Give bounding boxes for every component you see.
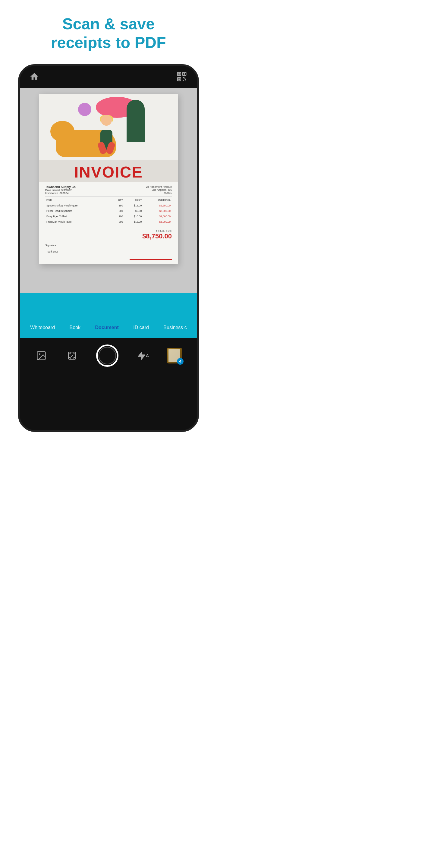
- thank-you-text: Thank you!: [45, 250, 172, 253]
- flash-icon: A: [136, 349, 149, 362]
- invoice-number: Invoice No. 062984: [45, 192, 76, 195]
- scan-doc-button[interactable]: [65, 349, 79, 362]
- tab-business-card[interactable]: Business c: [160, 322, 190, 333]
- svg-rect-3: [179, 73, 180, 75]
- col-item: ITEM: [46, 197, 111, 203]
- item-cost: $15.00: [124, 203, 142, 208]
- table-row: Frog Man Vinyl Figure 200 $15.00 $3,000.…: [46, 219, 171, 224]
- col-qty: QTY: [111, 197, 124, 203]
- hero-line2: receipts to PDF: [51, 34, 166, 51]
- bottom-toolbar: A 4: [20, 338, 197, 373]
- flash-button[interactable]: A: [136, 349, 149, 362]
- invoice-title-area: INVOICE: [39, 160, 178, 182]
- signature-label: Signature: [45, 244, 172, 247]
- svg-point-7: [39, 353, 41, 355]
- scan-doc-icon: [65, 349, 79, 362]
- signature-line: [45, 248, 82, 248]
- address-line1: 28 Rosemont Avenue: [146, 185, 172, 188]
- item-name: Space Monkey Vinyl Figure: [46, 203, 111, 208]
- invoice-document: INVOICE Townsend Supply Co Date Issued: …: [39, 94, 178, 264]
- tab-document[interactable]: Document: [92, 322, 122, 333]
- item-qty: 150: [111, 203, 124, 208]
- camera-viewfinder: INVOICE Townsend Supply Co Date Issued: …: [20, 88, 197, 317]
- purple-blob: [78, 103, 91, 116]
- item-name: Frog Man Vinyl Figure: [46, 219, 111, 224]
- phone-frame-wrapper: INVOICE Townsend Supply Co Date Issued: …: [0, 64, 217, 432]
- item-subtotal: $3,000.00: [143, 219, 171, 224]
- svg-rect-5: [179, 79, 180, 80]
- hero-line1: Scan & save: [62, 15, 155, 33]
- table-row: Easy Tiger T-Shirt 100 $10.00 $1,000.00: [46, 214, 171, 219]
- phone-frame: INVOICE Townsend Supply Co Date Issued: …: [18, 64, 199, 432]
- hero-heading: Scan & save receipts to PDF: [0, 0, 217, 64]
- tab-book[interactable]: Book: [66, 322, 84, 333]
- item-cost: $5.00: [124, 209, 142, 213]
- phone-topbar: [20, 66, 197, 88]
- total-amount: $8,750.00: [142, 232, 172, 240]
- invoice-illustration: [39, 94, 178, 160]
- total-label: TOTAL DUE: [156, 230, 172, 232]
- item-qty: 200: [111, 219, 124, 224]
- thumbnail-badge: 4: [177, 358, 184, 365]
- gallery-icon: [35, 349, 48, 362]
- svg-rect-4: [184, 73, 185, 75]
- address-line2: Los Angeles, CA: [146, 188, 172, 191]
- item-qty: 100: [111, 214, 124, 219]
- tab-id-card[interactable]: ID card: [130, 322, 153, 333]
- qr-code-icon[interactable]: [176, 71, 187, 84]
- item-subtotal: $2,250.00: [143, 203, 171, 208]
- tiger-head: [50, 121, 74, 142]
- home-icon[interactable]: [30, 72, 39, 83]
- col-cost: COST: [124, 197, 142, 203]
- tab-whiteboard[interactable]: Whiteboard: [27, 322, 59, 333]
- item-cost: $10.00: [124, 214, 142, 219]
- item-qty: 500: [111, 209, 124, 213]
- date-issued: Date Issued: 3/3/2022: [45, 189, 76, 192]
- table-row: Space Monkey Vinyl Figure 150 $15.00 $2,…: [46, 203, 171, 208]
- col-subtotal: SUBTOTAL: [143, 197, 171, 203]
- scan-mode-tabs: Whiteboard Book Document ID card Busines…: [20, 317, 197, 338]
- shutter-inner: [98, 347, 116, 364]
- gallery-thumbnail-button[interactable]: 4: [167, 348, 182, 364]
- signature-area: Signature Thank you!: [39, 241, 178, 257]
- invoice-title: INVOICE: [45, 164, 172, 180]
- item-cost: $15.00: [124, 219, 142, 224]
- item-name: Easy Tiger T-Shirt: [46, 214, 111, 219]
- item-name: Pedal Head Keychains: [46, 209, 111, 213]
- invoice-details: Townsend Supply Co Date Issued: 3/3/2022…: [39, 182, 178, 228]
- invoice-table: ITEM QTY COST SUBTOTAL Space Monkey Viny…: [45, 196, 172, 225]
- total-row: TOTAL DUE $8,750.00: [39, 228, 178, 241]
- girl-figure: [97, 115, 116, 151]
- table-row: Pedal Head Keychains 500 $5.00 $2,500.00: [46, 209, 171, 213]
- shutter-button[interactable]: [96, 344, 119, 367]
- green-shape: [127, 100, 145, 142]
- item-subtotal: $2,500.00: [143, 209, 171, 213]
- gallery-button[interactable]: [35, 349, 48, 362]
- company-name: Townsend Supply Co: [45, 185, 76, 189]
- item-subtotal: $1,000.00: [143, 214, 171, 219]
- address-line3: 90031: [146, 191, 172, 194]
